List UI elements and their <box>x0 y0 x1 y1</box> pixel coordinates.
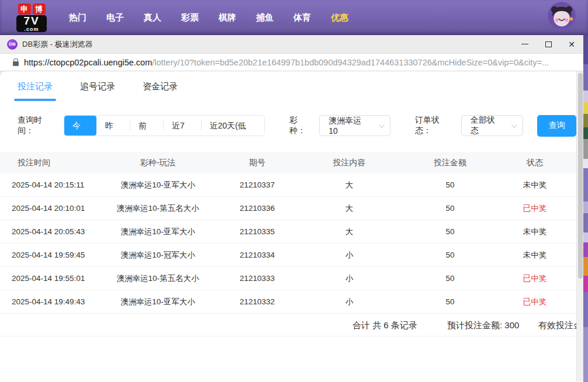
strip-segment <box>583 168 588 202</box>
strip-segment <box>583 114 588 127</box>
cell-game-play: 澳洲幸运10-亚军大小 <box>96 227 219 237</box>
cell-game-play: 澳洲幸运10-冠军大小 <box>96 250 219 261</box>
cell-issue: 21210335 <box>219 227 295 236</box>
site-top-nav: 申 博 7V .com 热门电子真人彩票棋牌捕鱼体育优惠 <box>0 0 588 35</box>
cell-bet-amount: 50 <box>403 227 497 236</box>
window-titlebar[interactable]: DB DB彩票 - 极速浏览器 ✕ <box>0 35 583 54</box>
scrollbar-thumb[interactable] <box>578 73 583 279</box>
lottery-select-value: 澳洲幸运10 <box>328 116 369 136</box>
cell-bet-time: 2025-04-14 20:05:43 <box>0 227 96 236</box>
nav-item-6[interactable]: 捕鱼 <box>256 12 274 23</box>
site-logo[interactable]: 申 博 7V .com <box>16 4 47 32</box>
cell-bet-content: 小 <box>295 297 403 307</box>
cell-status: 已中奖 <box>497 273 573 284</box>
cell-bet-content: 小 <box>295 250 403 261</box>
url-text: https://ctopcp02pcali.uengi5e.com/lotter… <box>24 58 549 67</box>
chevron-down-icon <box>511 122 517 128</box>
strip-segment <box>583 242 588 257</box>
order-status-select[interactable]: 全部状态 <box>461 115 524 136</box>
summary-valid-amount: 有效投注金额 <box>538 320 576 331</box>
time-option-1[interactable]: 今天 <box>64 116 96 136</box>
cell-bet-time: 2025-04-14 20:10:01 <box>0 204 96 213</box>
status-select-value: 全部状态 <box>471 115 503 136</box>
strip-segment <box>583 213 588 232</box>
column-header-2: 彩种-玩法 <box>96 158 219 168</box>
cell-bet-amount: 50 <box>403 297 497 306</box>
nav-item-7[interactable]: 体育 <box>293 12 311 23</box>
cell-game-play: 澳洲幸运10-亚军大小 <box>96 297 219 307</box>
address-bar[interactable]: https://ctopcp02pcali.uengi5e.com/lotter… <box>0 54 583 71</box>
window-controls: ✕ <box>513 35 583 54</box>
minimize-icon <box>521 44 528 44</box>
browser-window: DB DB彩票 - 极速浏览器 ✕ https://ctopcp02pcali.… <box>0 35 583 382</box>
nav-item-8[interactable]: 优惠 <box>331 12 348 23</box>
cell-issue: 21210332 <box>219 297 295 306</box>
tab-1[interactable]: 投注记录 <box>18 81 53 101</box>
table-summary-row: 合计 共 6 条记录 预计投注金额: 300 有效投注金额 <box>0 314 576 336</box>
cell-status: 未中奖 <box>497 250 573 261</box>
cell-bet-content: 大 <box>295 203 403 214</box>
maximize-button[interactable] <box>537 35 560 54</box>
lottery-select[interactable]: 澳洲幸运10 <box>319 115 390 136</box>
minimize-button[interactable] <box>513 35 537 54</box>
column-header-1: 投注时间 <box>0 158 96 168</box>
time-option-3[interactable]: 前天 <box>130 116 163 136</box>
background-page-strip <box>583 35 588 382</box>
cell-bet-amount: 50 <box>403 180 497 189</box>
cell-game-play: 澳洲幸运10-第五名大小 <box>96 273 219 284</box>
screen: 申 博 7V .com 热门电子真人彩票棋牌捕鱼体育优惠 DB <box>0 0 588 382</box>
nav-item-3[interactable]: 真人 <box>144 12 161 23</box>
time-option-5[interactable]: 近20天(低频) <box>201 116 264 136</box>
time-filter-label: 查询时间： <box>18 115 58 136</box>
browser-favicon-icon: DB <box>7 39 18 50</box>
time-option-2[interactable]: 昨天 <box>96 116 130 136</box>
cell-bet-content: 小 <box>295 273 403 284</box>
nav-item-5[interactable]: 棋牌 <box>219 12 236 23</box>
logo-tile-1: 申 <box>18 4 31 15</box>
query-button[interactable]: 查询 <box>537 115 576 137</box>
cell-bet-content: 大 <box>295 227 403 237</box>
table-row: 2025-04-14 19:55:01澳洲幸运10-第五名大小21210333小… <box>0 267 576 290</box>
time-range-group: 今天昨天前天近7天近20天(低频) <box>64 115 265 136</box>
strip-segment <box>583 276 588 292</box>
logo-badges: 申 博 <box>16 4 47 15</box>
table-row: 2025-04-14 20:05:43澳洲幸运10-亚军大小21210335大5… <box>0 220 576 244</box>
tab-2[interactable]: 追号记录 <box>80 81 115 101</box>
cell-game-play: 澳洲幸运10-第五名大小 <box>96 203 219 214</box>
cell-issue: 21210334 <box>219 251 295 259</box>
close-button[interactable]: ✕ <box>560 35 583 54</box>
nav-items: 热门电子真人彩票棋牌捕鱼体育优惠 <box>69 12 348 23</box>
lock-icon <box>13 61 19 66</box>
time-option-4[interactable]: 近7天 <box>163 116 201 136</box>
filter-bar: 查询时间： 今天昨天前天近7天近20天(低频) 彩种： 澳洲幸运10 订单状态：… <box>18 115 576 136</box>
scrollbar[interactable] <box>576 71 583 381</box>
strip-segment <box>583 102 588 114</box>
nav-item-2[interactable]: 电子 <box>106 12 124 23</box>
strip-segment <box>583 232 588 242</box>
page-content: 投注记录追号记录资金记录 查询时间： 今天昨天前天近7天近20天(低频) 彩种：… <box>0 71 583 381</box>
window-title: DB彩票 - 极速浏览器 <box>22 39 93 50</box>
record-tabs: 投注记录追号记录资金记录 <box>0 71 576 101</box>
nav-item-4[interactable]: 彩票 <box>181 12 199 23</box>
strip-segment <box>583 91 588 102</box>
column-header-6: 状态 <box>497 158 573 168</box>
cell-issue: 21210333 <box>219 274 295 283</box>
summary-expected-amount: 预计投注金额: 300 <box>447 320 519 331</box>
table-row: 2025-04-14 20:15:11澳洲幸运10-亚军大小21210337大5… <box>0 173 576 197</box>
cell-bet-time: 2025-04-14 19:59:45 <box>0 251 96 259</box>
column-header-5: 投注金额 <box>403 158 497 168</box>
strip-segment <box>583 292 588 327</box>
maximize-icon <box>545 41 552 47</box>
strip-segment <box>583 35 588 64</box>
logo-main-text: 7V <box>16 15 47 26</box>
logo-suffix: .com <box>16 26 47 32</box>
user-avatar[interactable] <box>548 2 576 30</box>
nav-item-1[interactable]: 热门 <box>69 12 87 23</box>
tab-3[interactable]: 资金记录 <box>143 81 178 101</box>
status-filter-label: 订单状态： <box>415 115 455 136</box>
column-header-3: 期号 <box>219 158 295 168</box>
table-body: 2025-04-14 20:15:11澳洲幸运10-亚军大小21210337大5… <box>0 173 576 314</box>
cell-bet-amount: 50 <box>403 274 497 283</box>
strip-segment <box>583 139 588 159</box>
url-domain: https://ctopcp02pcali.uengi5e.com <box>24 58 152 67</box>
